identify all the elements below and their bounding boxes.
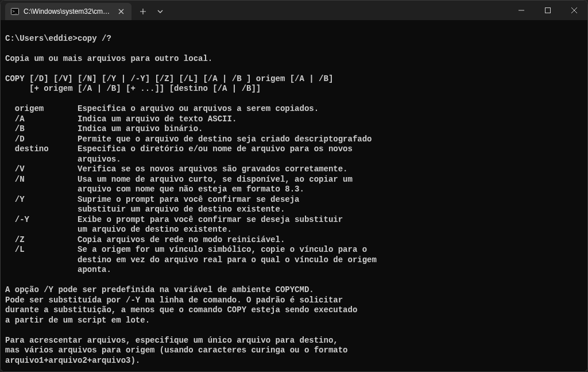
minimize-icon [519, 7, 524, 13]
option-key: /V [5, 164, 78, 174]
option-desc: Indica um arquivo de texto ASCII. [78, 114, 237, 124]
option-desc-cont: aponta. [5, 265, 111, 274]
option-desc-cont: arquivo com nome que não esteja em forma… [5, 185, 304, 194]
option-desc: Copia arquivos de rede no modo reiniciáv… [78, 235, 285, 244]
close-icon [571, 7, 577, 13]
maximize-button[interactable] [535, 1, 561, 20]
new-tab-button[interactable] [134, 3, 152, 20]
option-key: /Y [5, 195, 78, 204]
tab-close-button[interactable] [117, 7, 126, 16]
option-desc: Permite que o arquivo de destino seja cr… [78, 135, 372, 144]
output-line: arquivo1+arquivo2+arquivo3). [5, 356, 140, 365]
option-key: /D [5, 135, 78, 144]
option-key: /Z [5, 235, 78, 244]
titlebar: >_ C:\Windows\system32\cmd.e [1, 1, 587, 20]
option-desc-cont: substituir um arquivo de destino existen… [5, 205, 285, 214]
option-desc-cont: um arquivo de destino existente. [5, 225, 232, 234]
tab-active[interactable]: >_ C:\Windows\system32\cmd.e [5, 3, 131, 20]
option-desc-cont: destino em vez do arquivo real para o qu… [5, 255, 377, 264]
prompt-path: C:\Users\eddie> [5, 34, 78, 44]
option-desc: Especifica o diretório e/ou nome de arqu… [78, 144, 353, 154]
close-icon [118, 9, 124, 14]
titlebar-drag-region[interactable] [168, 1, 508, 20]
terminal-window: >_ C:\Windows\system32\cmd.e [0, 0, 588, 372]
svg-rect-2 [546, 8, 551, 13]
terminal-output[interactable]: C:\Users\eddie>copy /? Copia um ou mais … [1, 20, 587, 371]
option-desc-cont: arquivos. [5, 155, 121, 164]
option-key: /N [5, 175, 78, 184]
option-key: /-Y [5, 215, 78, 224]
plus-icon [140, 8, 146, 15]
output-line: a partir de um script em lote. [5, 316, 150, 325]
option-desc: Exibe o prompt para você confirmar se de… [78, 215, 343, 224]
output-line: mas vários arquivos para origem (usando … [5, 346, 348, 355]
minimize-button[interactable] [508, 1, 535, 20]
chevron-down-icon [157, 9, 163, 14]
option-key: /L [5, 245, 78, 254]
option-desc: Usa um nome de arquivo curto, se disponí… [78, 175, 353, 184]
option-key: origem [5, 104, 78, 113]
tab-dropdown-button[interactable] [152, 3, 168, 20]
cmd-icon: >_ [11, 7, 19, 16]
output-line: [+ origem [/A | /B] [+ ...]] [destino [/… [5, 84, 261, 93]
option-desc: Verifica se os novos arquivos são gravad… [78, 164, 347, 174]
maximize-icon [545, 7, 551, 13]
tab-title: C:\Windows\system32\cmd.e [24, 7, 112, 16]
output-line: Para acrescentar arquivos, especifique u… [5, 336, 338, 345]
output-line: Copia um ou mais arquivos para outro loc… [5, 54, 212, 63]
window-controls [508, 1, 587, 20]
output-line: durante a substituição, a menos que o co… [5, 305, 357, 315]
option-key: /A [5, 114, 78, 124]
svg-text:>_: >_ [13, 9, 18, 14]
output-line: Pode ser substituída por /-Y na linha de… [5, 296, 343, 305]
option-key: /B [5, 124, 78, 133]
close-window-button[interactable] [561, 1, 587, 20]
command-text: copy /? [78, 34, 111, 44]
option-desc: Se a origem for um vínculo simbólico, co… [78, 245, 367, 254]
option-key: destino [5, 144, 78, 154]
option-desc: Suprime o prompt para você confirmar se … [78, 195, 299, 204]
output-line: COPY [/D] [/V] [/N] [/Y | /-Y] [/Z] [/L]… [5, 74, 333, 83]
output-line: A opção /Y pode ser predefinida na variá… [5, 285, 314, 294]
option-desc: Especifica o arquivo ou arquivos a serem… [78, 104, 319, 113]
option-desc: Indica um arquivo binário. [78, 124, 203, 133]
